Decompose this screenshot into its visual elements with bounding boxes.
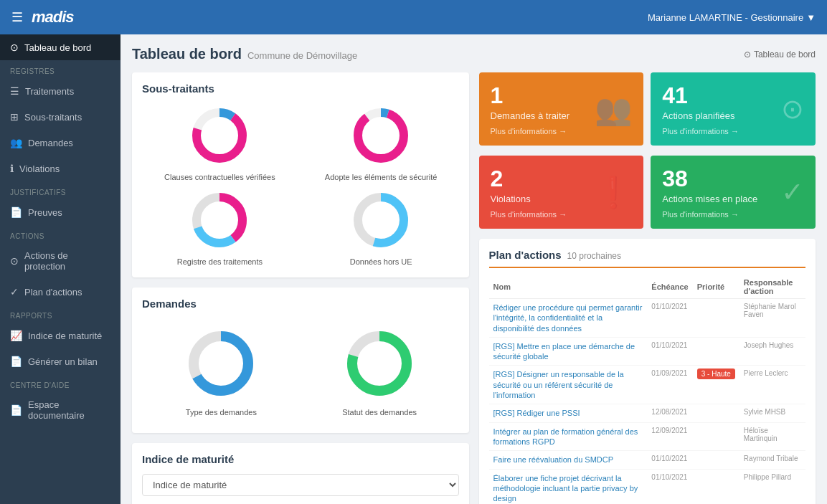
sidebar-item-actions-protection[interactable]: ⊙ Actions de protection	[0, 243, 120, 279]
action-responsable: Héloïse Martinquin	[739, 422, 805, 451]
sidebar-item-indice-maturite[interactable]: 📈 Indice de maturité	[0, 323, 120, 348]
action-link[interactable]: Intégrer au plan de formation général de…	[493, 427, 638, 446]
donut-clauses: Clauses contractuelles vérifiées	[142, 103, 298, 182]
maturite-select[interactable]: Indice de maturité	[142, 474, 459, 496]
document-icon: 📄	[10, 404, 22, 416]
sidebar-label: Preuves	[28, 207, 62, 218]
plan-actions-card: Plan d'actions 10 prochaines Nom Échéanc…	[479, 239, 816, 504]
sous-traitants-title: Sous-traitants	[142, 82, 459, 95]
action-responsable: Stéphanie Marol Faven	[739, 299, 805, 338]
col-responsable: Responsabled'action	[739, 275, 805, 299]
action-priorite	[693, 404, 739, 422]
donut-adopte-label: Adopte les éléments de sécurité	[325, 172, 438, 182]
stat-actions-planifiees-label: Actions planifiées	[662, 110, 739, 121]
stat-actions-planifiees-link[interactable]: Plus d'informations →	[662, 127, 739, 135]
donut-type-demandes: Type des demandes	[181, 324, 260, 417]
sidebar-item-espace-documentaire[interactable]: 📄 Espace documentaire	[0, 392, 120, 428]
action-name: Faire une réévaluation du SMDCP	[489, 451, 648, 469]
people-stat-icon: 👥	[595, 92, 632, 127]
action-link[interactable]: [RGS] Rédiger une PSSI	[493, 409, 580, 417]
sidebar-label: Actions de protection	[24, 250, 110, 272]
stat-actions-mises-number: 38	[662, 166, 757, 192]
donut-statut-label: Statut des demandes	[342, 407, 417, 417]
sidebar-item-generer-bilan[interactable]: 📄 Générer un bilan	[0, 348, 120, 374]
stat-card-violations: 2 Violations Plus d'informations → ❗	[479, 156, 644, 229]
plan-actions-title: Plan d'actions	[489, 249, 562, 261]
action-link[interactable]: [RGS] Mettre en place une démarche de sé…	[493, 342, 635, 361]
sidebar-item-tableau-de-bord[interactable]: ⊙ Tableau de bord	[0, 34, 120, 60]
table-row: Intégrer au plan de formation général de…	[489, 422, 806, 451]
sidebar-label: Demandes	[28, 138, 73, 148]
sidebar-label: Espace documentaire	[28, 399, 110, 421]
donut-type-label: Type des demandes	[186, 407, 257, 417]
sidebar-section-aide: Centre d'aide	[0, 374, 120, 392]
action-link[interactable]: [RGS] Désigner un responsable de la sécu…	[493, 370, 624, 399]
action-priorite	[693, 451, 739, 469]
action-name: [RGS] Désigner un responsable de la sécu…	[489, 366, 648, 404]
donut-hors-ue: Données hors UE	[303, 188, 459, 267]
action-echeance: 01/10/2021	[647, 299, 692, 338]
donut-registre-label: Registre des traitements	[177, 257, 263, 267]
table-row: Élaborer une fiche projet décrivant la m…	[489, 469, 806, 504]
sidebar-item-violations[interactable]: ℹ Violations	[0, 156, 120, 181]
stat-actions-planifiees-number: 41	[662, 82, 739, 109]
action-link[interactable]: Rédiger une procédure qui permet garanti…	[493, 303, 643, 333]
grid-icon: ⊞	[10, 111, 19, 123]
donut-adopte-chart	[349, 103, 413, 168]
check-stat-icon: ✓	[781, 176, 804, 208]
check-icon: ✓	[10, 286, 19, 298]
alert-stat-icon: ❗	[595, 175, 632, 210]
table-row: [RGS] Mettre en place une démarche de sé…	[489, 337, 806, 366]
action-name: Rédiger une procédure qui permet garanti…	[489, 299, 648, 338]
sidebar-section-justificatifs: Justificatifs	[0, 181, 120, 199]
stat-violations-link[interactable]: Plus d'informations →	[491, 210, 567, 219]
sidebar-label: Sous-traitants	[24, 112, 82, 123]
doc-icon: 📄	[10, 356, 22, 367]
action-link[interactable]: Élaborer une fiche projet décrivant la m…	[493, 474, 638, 503]
breadcrumb-icon: ⊙	[744, 49, 751, 60]
donut-clauses-chart	[187, 103, 252, 168]
action-priorite	[693, 422, 739, 451]
action-priorite: 3 - Haute	[693, 366, 739, 404]
info-icon: ℹ	[10, 163, 14, 174]
page-title-area: Tableau de bord Commune de Démovillage	[132, 46, 357, 62]
action-responsable: Philippe Pillard	[739, 469, 805, 504]
donut-registre-chart	[187, 188, 252, 252]
plan-table-header: Nom Échéance Priorité Responsabled'actio…	[489, 275, 806, 299]
page-subtitle: Commune de Démovillage	[247, 50, 357, 61]
left-column: Sous-traitants Clauses contractuelles vé…	[132, 72, 469, 504]
maturite-title: Indice de maturité	[142, 453, 459, 465]
stat-actions-mises-link[interactable]: Plus d'informations →	[662, 210, 757, 219]
sidebar-item-traitements[interactable]: ☰ Traitements	[0, 78, 120, 104]
stat-demandes-label: Demandes à traiter	[491, 110, 570, 121]
stat-cards-row-1: 1 Demandes à traiter Plus d'informations…	[479, 72, 816, 146]
stat-card-demandes-left: 1 Demandes à traiter Plus d'informations…	[491, 82, 570, 135]
col-nom: Nom	[489, 275, 648, 299]
action-priorite	[693, 299, 739, 338]
breadcrumb: ⊙ Tableau de bord	[744, 49, 816, 60]
page-header: Tableau de bord Commune de Démovillage ⊙…	[132, 46, 816, 62]
stat-demandes-number: 1	[491, 82, 570, 109]
sidebar-section-actions: Actions	[0, 225, 120, 243]
stat-demandes-link[interactable]: Plus d'informations →	[491, 127, 570, 135]
sidebar-item-preuves[interactable]: 📄 Preuves	[0, 199, 120, 225]
sidebar-item-demandes[interactable]: 👥 Demandes	[0, 130, 120, 156]
sidebar-label: Plan d'actions	[24, 287, 82, 298]
user-menu[interactable]: Marianne LAMARTINE - Gestionnaire ▼	[648, 12, 816, 23]
sidebar-section-registres: Registres	[0, 60, 120, 78]
home-icon: ⊙	[10, 42, 19, 53]
hamburger-icon[interactable]: ☰	[11, 9, 23, 25]
sidebar-item-sous-traitants[interactable]: ⊞ Sous-traitants	[0, 104, 120, 130]
col-priorite: Priorité	[693, 275, 739, 299]
people-icon: 👥	[10, 137, 22, 148]
maturite-card: Indice de maturité Indice de maturité 13…	[132, 443, 469, 504]
sidebar-item-plan-actions[interactable]: ✓ Plan d'actions	[0, 279, 120, 305]
table-row: [RGS] Rédiger une PSSI 12/08/2021 Sylvie…	[489, 404, 806, 422]
plan-actions-table: Nom Échéance Priorité Responsabled'actio…	[489, 275, 806, 504]
demandes-donut-row: Type des demandes Statut des demandes	[142, 318, 459, 423]
action-responsable: Pierre Leclerc	[739, 366, 805, 404]
stat-violations-number: 2	[491, 166, 567, 192]
donut-type-chart	[181, 324, 260, 403]
action-name: Intégrer au plan de formation général de…	[489, 422, 648, 451]
action-link[interactable]: Faire une réévaluation du SMDCP	[493, 455, 614, 464]
